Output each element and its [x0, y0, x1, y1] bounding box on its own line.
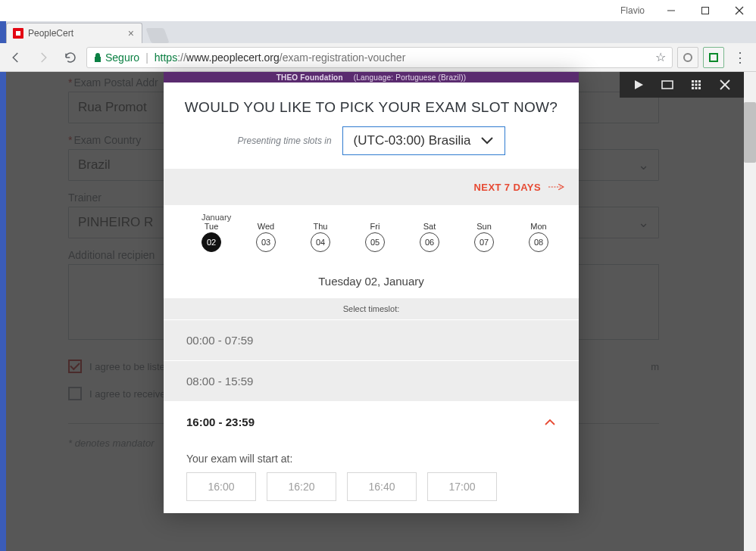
svg-rect-11 — [692, 84, 694, 86]
address-bar[interactable]: Seguro | https://www.peoplecert.org/exam… — [86, 47, 673, 68]
left-accent-strip — [0, 21, 6, 43]
svg-rect-7 — [662, 81, 673, 89]
day-04[interactable]: Thu04 — [311, 222, 330, 252]
svg-rect-8 — [692, 80, 694, 82]
exam-start-label: Your exam will start at: — [164, 442, 579, 472]
scrollbar-track[interactable] — [744, 72, 756, 551]
bookmark-star-icon[interactable]: ☆ — [655, 50, 666, 64]
left-edge — [0, 72, 6, 551]
modal-question: WOULD YOU LIKE TO PICK YOUR EXAM SLOT NO… — [171, 99, 571, 116]
tab-title: PeopleCert — [28, 28, 73, 39]
view-button[interactable] — [653, 72, 682, 98]
reload-button[interactable] — [59, 46, 82, 69]
day-07[interactable]: Sun07 — [474, 222, 494, 252]
close-overlay-button[interactable] — [711, 72, 739, 98]
svg-rect-5 — [710, 54, 717, 61]
url: https://www.peoplecert.org/exam-registra… — [155, 51, 406, 64]
minimize-button[interactable] — [654, 0, 688, 21]
new-tab-button[interactable] — [145, 28, 169, 43]
next-7-days-button[interactable]: NEXT 7 DAYS — [164, 169, 579, 205]
browser-menu-button[interactable]: ⋮ — [729, 46, 751, 69]
timezone-select[interactable]: (UTC-03:00) Brasilia — [342, 126, 505, 155]
play-button[interactable] — [624, 72, 653, 98]
window-titlebar: Flavio — [0, 0, 756, 21]
timeslot-range-mid[interactable]: 08:00 - 15:59 — [164, 360, 579, 401]
forward-button[interactable] — [32, 46, 55, 69]
page-content: *Exam Postal Addr Rua Promot *Exam Count… — [0, 72, 756, 551]
chevron-down-icon — [480, 136, 494, 145]
svg-rect-12 — [695, 84, 698, 86]
chevron-up-icon — [544, 419, 556, 426]
secure-indicator: Seguro — [93, 51, 139, 64]
timeslot-range-early[interactable]: 00:00 - 07:59 — [164, 319, 579, 360]
select-timeslot-prompt: Select timeslot: — [164, 298, 579, 319]
slot-16-40[interactable]: 16:40 — [347, 472, 417, 501]
favicon — [13, 28, 23, 39]
slot-17-00[interactable]: 17:00 — [427, 472, 497, 501]
svg-rect-13 — [698, 84, 701, 86]
svg-rect-16 — [698, 87, 701, 89]
scrollbar-thumb[interactable] — [744, 102, 756, 163]
slot-16-00[interactable]: 16:00 — [186, 472, 256, 501]
extension-button-2[interactable] — [703, 47, 724, 68]
profile-name[interactable]: Flavio — [617, 5, 648, 16]
exam-slot-modal: THEO Foundation (Language: Portuguese (B… — [164, 72, 579, 513]
timeslot-range-late[interactable]: 16:00 - 23:59 — [164, 401, 579, 442]
svg-rect-10 — [698, 80, 701, 82]
day-05[interactable]: Fri05 — [365, 222, 385, 252]
svg-marker-6 — [635, 80, 643, 89]
modal-header-bar: THEO Foundation (Language: Portuguese (B… — [164, 72, 579, 82]
toolbar: Seguro | https://www.peoplecert.org/exam… — [0, 43, 756, 72]
day-08[interactable]: Mon08 — [529, 222, 548, 252]
svg-rect-1 — [701, 7, 708, 14]
media-toolbar — [620, 72, 744, 98]
browser-tab[interactable]: PeopleCert × — [6, 23, 142, 43]
extension-button-1[interactable] — [677, 47, 698, 68]
day-03[interactable]: Wed03 — [256, 222, 276, 252]
close-window-button[interactable] — [722, 0, 756, 21]
maximize-button[interactable] — [688, 0, 722, 21]
svg-point-4 — [684, 54, 692, 61]
svg-rect-14 — [692, 87, 694, 89]
separator: | — [145, 51, 148, 64]
close-tab-icon[interactable]: × — [128, 27, 134, 39]
day-06[interactable]: Sat06 — [420, 222, 439, 252]
arrow-right-icon — [548, 182, 565, 191]
grid-button[interactable] — [682, 72, 711, 98]
tab-strip: PeopleCert × — [0, 21, 756, 43]
day-02[interactable]: Tue02 — [201, 222, 221, 252]
svg-rect-15 — [695, 87, 698, 89]
svg-rect-9 — [695, 80, 698, 82]
slot-16-20[interactable]: 16:20 — [267, 472, 336, 501]
timezone-label: Presenting time slots in — [238, 135, 332, 146]
month-label: January — [201, 213, 567, 222]
day-picker: January Tue02Wed03Thu04Fri05Sat06Sun07Mo… — [164, 205, 579, 261]
lock-icon — [93, 52, 102, 63]
back-button[interactable] — [5, 46, 27, 69]
selected-day-label: Tuesday 02, January — [164, 261, 579, 298]
